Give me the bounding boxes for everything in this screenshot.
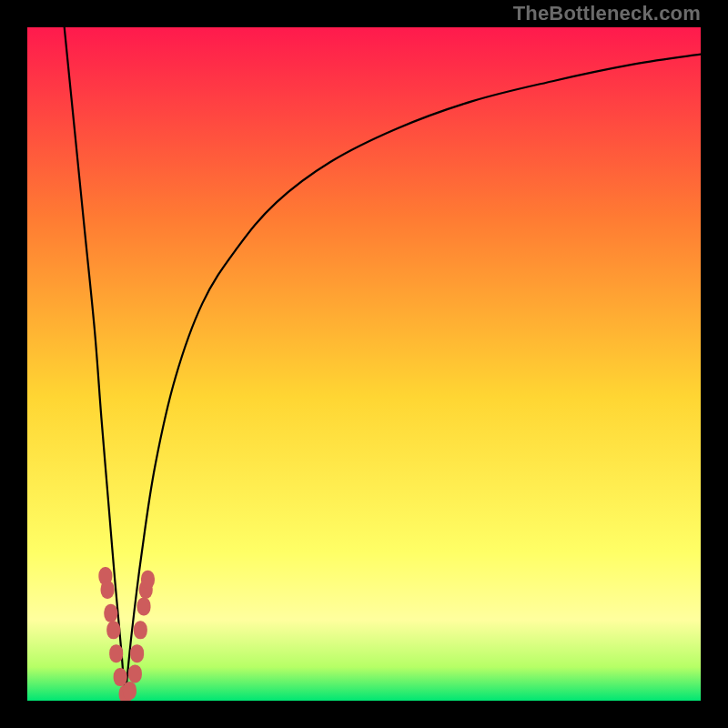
scatter-marker bbox=[130, 644, 144, 662]
scatter-marker bbox=[106, 621, 120, 639]
scatter-marker bbox=[101, 581, 115, 599]
scatter-marker bbox=[128, 664, 142, 682]
scatter-marker bbox=[134, 621, 147, 639]
watermark-text: TheBottleneck.com bbox=[513, 2, 701, 25]
scatter-marker bbox=[123, 682, 136, 700]
scatter-marker bbox=[114, 668, 127, 686]
scatter-marker bbox=[141, 571, 155, 589]
chart-svg bbox=[27, 27, 701, 701]
scatter-marker bbox=[104, 604, 117, 622]
scatter-marker bbox=[109, 644, 123, 662]
gradient-background bbox=[27, 27, 701, 701]
chart-frame: TheBottleneck.com bbox=[0, 0, 728, 728]
plot-area bbox=[27, 27, 701, 701]
scatter-marker bbox=[137, 597, 151, 615]
